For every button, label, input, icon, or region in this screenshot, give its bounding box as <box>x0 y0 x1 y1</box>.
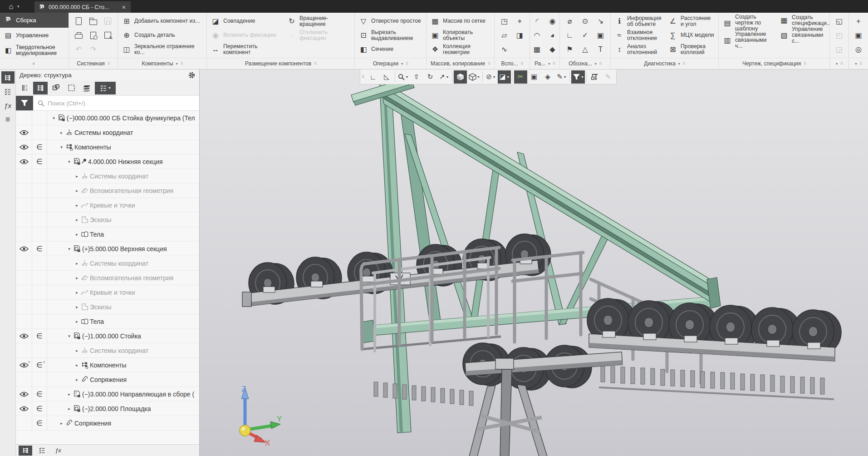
expander-icon[interactable]: ▾ <box>51 116 57 120</box>
expander-icon[interactable]: ▸ <box>66 392 72 397</box>
visibility-cell[interactable] <box>16 343 32 357</box>
group-grip-icon[interactable]: ⠿ <box>553 62 555 66</box>
frame-mark-button[interactable]: ▣ <box>593 28 608 42</box>
tab-close-button[interactable]: × <box>121 4 127 11</box>
geometry-collection-button[interactable]: ❖ Коллекция геометрии <box>428 42 492 56</box>
bottom-tab-variables[interactable]: ƒx <box>51 446 65 456</box>
group-grip-icon[interactable]: ⠿ <box>599 62 602 66</box>
visibility-cell[interactable] <box>16 314 32 328</box>
layers-button[interactable] <box>79 82 94 94</box>
create-drawing-button[interactable]: ▤ Создать чертеж по шаблону <box>721 14 777 31</box>
group-grip-icon[interactable]: ⠿ <box>840 62 843 66</box>
include-cell[interactable] <box>32 285 47 299</box>
view-axes-button[interactable]: ↗ ▾ <box>437 70 451 84</box>
tree-row[interactable]: ▸ Кривые и точки <box>16 198 199 213</box>
leader-button[interactable]: ↘ <box>593 14 608 28</box>
group-tab-drawing-spec[interactable]: Чертеж, спецификация ⠿ <box>719 58 829 69</box>
mode-solid-modeling[interactable]: ◧ Твердотельное моделирование <box>0 43 69 58</box>
group-grip-icon[interactable]: ⠿ <box>108 62 110 66</box>
section-flag-button[interactable]: ⚑ <box>562 42 578 56</box>
home-menu-button[interactable]: ⌂ ▾ <box>0 0 28 13</box>
crane-tool-button[interactable] <box>588 70 601 84</box>
create-specification-button[interactable]: ▦ Создать спецификаци... <box>777 14 829 26</box>
text-label-button[interactable]: T <box>593 42 608 56</box>
tolerance-check-button[interactable]: ✓ <box>578 28 593 42</box>
expander-icon[interactable]: ▾ <box>66 159 72 164</box>
expander-icon[interactable]: ▸ <box>74 305 80 309</box>
include-cell[interactable]: ∈ <box>32 401 47 416</box>
expander-icon[interactable]: ▸ <box>74 188 80 193</box>
expander-icon[interactable]: ▾ <box>66 334 72 338</box>
group-tab-denotation[interactable]: Обозна... ▾ ⠿ <box>560 58 610 69</box>
sketch-plane-alt-button[interactable]: ◺ <box>380 70 393 84</box>
include-cell[interactable] <box>32 169 47 183</box>
manage-linked-drawings-button[interactable]: ▥ Управление связанными ч... <box>721 31 777 49</box>
tree-row[interactable]: ▸ Эскизы <box>16 300 199 314</box>
style-picker-button[interactable]: ✎ <box>602 70 615 84</box>
manage-linked-specs-button[interactable]: ▧ Управление связанными с... <box>777 26 829 44</box>
include-cell[interactable]: ∈ <box>32 154 47 169</box>
visibility-cell[interactable] <box>16 401 32 416</box>
move-component-button[interactable]: ↔ Переместить компонент <box>209 42 285 56</box>
tree-row[interactable]: ∈ ▾ 4.000.000 Нижняя секция <box>16 154 199 169</box>
group-tab-components[interactable]: Компоненты ▾ ⠿ <box>118 58 206 69</box>
visibility-cell[interactable] <box>16 271 32 285</box>
toolbar-drag-handle[interactable]: ⠿ <box>362 74 364 79</box>
expander-icon[interactable]: ▸ <box>74 174 80 178</box>
search-input[interactable] <box>48 100 195 107</box>
tree-filters-button[interactable]: ▾ <box>95 82 116 94</box>
visibility-cell[interactable] <box>16 183 32 198</box>
include-cell[interactable] <box>32 198 47 212</box>
strip-variables-tab[interactable]: ƒx <box>1 99 15 112</box>
save-button[interactable] <box>101 14 115 28</box>
bottom-tab-tree[interactable] <box>19 446 32 456</box>
group-tab-right-1[interactable]: ▾ ⠿ <box>830 58 848 69</box>
visibility-cell[interactable] <box>16 329 32 343</box>
visibility-cell[interactable] <box>16 169 32 183</box>
enable-fixation-button[interactable]: ◉ Включить фиксацию <box>209 28 285 42</box>
visibility-cell[interactable] <box>16 140 32 154</box>
include-cell[interactable] <box>32 227 47 241</box>
visibility-cell[interactable] <box>16 285 32 299</box>
include-cell[interactable] <box>32 343 47 357</box>
include-cell[interactable] <box>32 111 47 125</box>
expander-icon[interactable]: ▸ <box>74 363 80 367</box>
tree-row[interactable]: ∈ ▾ (+)5.000.000 Верхняя секция <box>16 242 199 256</box>
tree-row[interactable]: ∈ ▸ (−)2.000.000 Площадка <box>16 401 199 416</box>
hole-callout-button[interactable]: ⊙ <box>578 14 593 28</box>
object-info-button[interactable]: ℹ Информация об объекте <box>613 14 666 28</box>
expander-icon[interactable]: ▸ <box>59 130 64 135</box>
copy-objects-button[interactable]: ▣ Копировать объекты <box>428 28 492 42</box>
clip-box-button[interactable]: ▣ <box>528 70 541 84</box>
visibility-cell[interactable] <box>16 300 32 314</box>
visibility-cell[interactable] <box>16 387 32 401</box>
cut-extrude-button[interactable]: ⊡ Вырезать выдавливанием <box>357 28 424 42</box>
tree-row[interactable]: ▸ Эскизы <box>16 213 199 227</box>
component-relations-button[interactable] <box>49 82 63 94</box>
add-light-button[interactable]: + <box>851 14 866 28</box>
viewport-3d-scene[interactable] <box>200 69 868 456</box>
visibility-cell[interactable] <box>16 227 32 241</box>
group-tab-operations[interactable]: Операции ▾ ⠿ <box>355 58 426 69</box>
annotation-tool-button[interactable]: ◲ <box>832 42 847 56</box>
insert-view-button[interactable]: ◱ <box>832 14 847 28</box>
redo-button[interactable]: ↷ <box>86 42 101 56</box>
bottom-tab-parameters[interactable] <box>35 446 49 456</box>
group-grip-icon[interactable]: ⠿ <box>521 62 523 66</box>
tree-row[interactable]: ▸ Системы координат <box>16 125 199 140</box>
expander-icon[interactable]: ▸ <box>74 218 80 222</box>
expander-icon[interactable]: ▸ <box>59 421 64 426</box>
group-grip-icon[interactable]: ⠿ <box>804 62 806 66</box>
group-tab-aux[interactable]: Вспо... ⠿ <box>495 58 530 69</box>
strip-parameters-tab[interactable] <box>1 85 15 98</box>
expander-icon[interactable]: ▸ <box>74 232 80 237</box>
tree-row[interactable]: f ∈f ▸ Компоненты <box>16 358 199 372</box>
section-display-button[interactable]: ◪ ▾ <box>498 70 511 84</box>
offset-plane-button[interactable]: ◨ <box>512 28 528 42</box>
tree-row[interactable]: ▸ Вспомогательная геометрия <box>16 271 199 285</box>
group-tab-array-copy[interactable]: Массив, копирование ⠿ <box>427 58 494 69</box>
clip-shapes-button[interactable]: ◈ <box>541 70 554 84</box>
include-cell[interactable] <box>32 372 47 387</box>
group-tab-diagnostics[interactable]: Диагностика ▾ ⠿ <box>611 58 718 69</box>
expander-icon[interactable]: ▾ <box>66 247 72 251</box>
